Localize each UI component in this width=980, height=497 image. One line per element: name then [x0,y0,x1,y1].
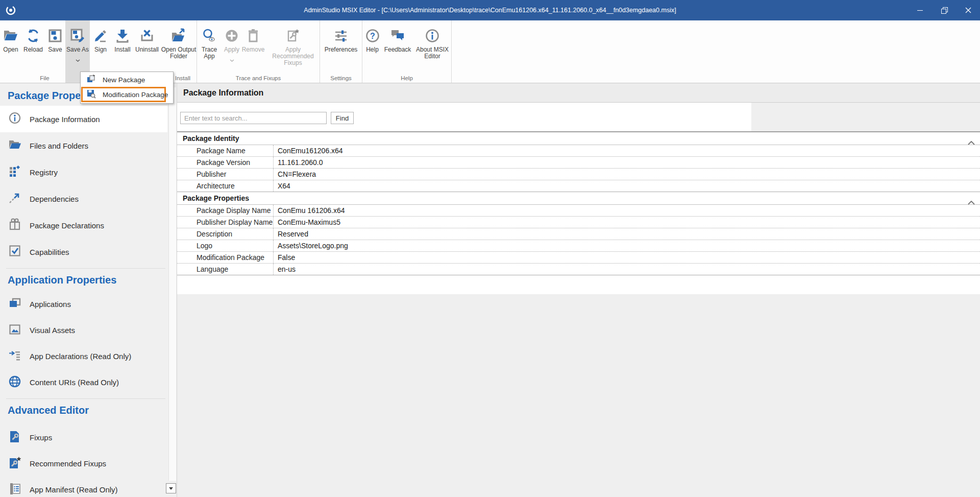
save-button[interactable]: Save [45,20,65,83]
manifest-icon [8,482,21,497]
minimize-icon [917,10,923,11]
reload-icon [26,25,41,46]
sidebar-item-app-manifest[interactable]: App Manifest (Read Only) [0,477,167,497]
chevron-down-icon [230,55,234,64]
fixups-icon [8,430,21,445]
chevron-down-icon [76,55,80,64]
sidebar-item-registry[interactable]: Registry [0,159,167,185]
help-icon: ? [365,25,380,46]
main-content: Package Information Find Package Identit… [177,83,980,497]
minimize-button[interactable] [908,0,932,20]
globe-icon [8,375,21,390]
ribbon-group-label-settings: Settings [320,75,362,81]
folder-icon [8,138,21,153]
help-button[interactable]: ? Help [362,20,382,83]
recommended-fixups-icon [8,456,21,471]
trace-app-icon [202,25,217,46]
windows-icon [8,297,21,312]
apply-recommended-fixups-button[interactable]: Apply Recommended Fixups [264,20,322,83]
remove-icon [246,25,261,46]
menu-item-new-package[interactable]: New Package [81,73,173,87]
remove-button[interactable]: Remove [242,20,264,83]
registry-icon [8,164,21,180]
apply-icon [224,25,239,46]
open-button[interactable]: Open [0,20,21,83]
ribbon-group-label-file: File [0,75,89,81]
preferences-button[interactable]: Preferences [321,20,361,83]
find-button[interactable]: Find [331,112,354,124]
sidebar-item-content-uris[interactable]: Content URIs (Read Only) [0,369,167,395]
property-row: Modification Package False [177,252,980,264]
open-output-folder-icon [171,25,186,46]
section-header-package-identity[interactable]: Package Identity [177,132,980,145]
sidebar-scrollbar-track[interactable] [168,87,176,481]
titlebar: AdminStudio MSIX Editor - [C:\Users\Admi… [0,0,980,20]
sidebar-item-files-and-folders[interactable]: Files and Folders [0,132,167,159]
sign-icon [93,25,108,46]
property-row: Language en-us [177,264,980,275]
ribbon-group-label-help: Help [362,75,451,81]
save-as-icon [70,25,85,46]
search-input[interactable] [180,112,327,124]
annotation-highlight-box: Modification Package [81,87,166,102]
sidebar-item-applications[interactable]: Applications [0,291,167,317]
sidebar-header-advanced-editor: Advanced Editor [0,399,177,421]
install-icon [115,25,130,46]
ribbon-group-file: Open Reload [0,20,90,83]
sidebar-item-visual-assets[interactable]: Visual Assets [0,317,167,343]
restore-icon [941,7,947,13]
collapse-chevron-icon[interactable] [968,136,975,149]
sidebar-item-package-information[interactable]: Package Information [0,106,167,132]
collapse-chevron-icon[interactable] [968,196,975,208]
window-title: AdminStudio MSIX Editor - [C:\Users\Admi… [0,0,980,20]
property-row: Package Version 11.161.2060.0 [177,157,980,169]
sidebar-scroll-down-button[interactable] [166,483,176,493]
open-icon [3,25,18,46]
property-row: Publisher Display Name ConEmu-Maximus5 [177,217,980,228]
app-window: AdminStudio MSIX Editor - [C:\Users\Admi… [0,0,980,497]
apply-recommended-fixups-icon [285,25,301,46]
menu-item-modification-package[interactable]: Modification Package [83,88,164,101]
new-package-icon [86,74,96,86]
feedback-button[interactable]: Feedback [382,20,413,83]
triangle-down-icon [169,487,173,490]
sidebar-item-recommended-fixups[interactable]: Recommended Fixups [0,451,167,477]
find-panel: Find [177,103,751,131]
image-icon [8,323,21,338]
close-icon [965,7,971,13]
save-icon [47,25,63,46]
sidebar-item-dependencies[interactable]: Dependencies [0,185,167,212]
sidebar-item-fixups[interactable]: Fixups [0,424,167,451]
property-panel: Package Identity Package Name ConEmu1612… [177,131,980,294]
content-title-bar: Package Information [177,83,980,103]
property-table: Package Identity Package Name ConEmu1612… [177,131,980,275]
arrow-list-icon [8,349,21,364]
uninstall-icon [139,25,155,46]
sidebar: Package Properties Package Information F… [0,83,177,497]
apply-button[interactable]: Apply [222,20,242,83]
ribbon-group-settings: Preferences Settings [320,20,362,83]
sidebar-item-package-declarations[interactable]: Package Declarations [0,212,167,239]
info-circle-icon [8,111,21,127]
modification-package-icon [86,89,96,101]
section-header-package-properties[interactable]: Package Properties [177,192,980,205]
gift-box-icon [8,218,21,233]
reload-button[interactable]: Reload [21,20,45,83]
about-msix-editor-button[interactable]: About MSIX Editor [413,20,452,83]
property-row: Description Reserved [177,228,980,240]
ribbon-group-help: ? Help Feedback [362,20,452,83]
feedback-icon [390,25,405,46]
sidebar-item-app-declarations[interactable]: App Declarations (Read Only) [0,343,167,369]
trace-app-button[interactable]: Trace App [197,20,222,83]
sidebar-item-capabilities[interactable]: Capabilities [0,239,167,265]
svg-text:?: ? [370,32,375,40]
sidebar-header-application-properties: Application Properties [0,269,177,291]
info-icon [425,25,440,46]
save-as-dropdown-menu: New Package Modification Package [80,72,174,104]
ribbon-group-label-trace-fixups: Trace and Fixups [197,75,320,81]
dependencies-icon [8,191,21,206]
ribbon-group-trace-fixups: Trace App Apply [197,20,320,83]
checkbox-icon [8,244,21,259]
restore-button[interactable] [932,0,956,20]
close-button[interactable] [956,0,980,20]
